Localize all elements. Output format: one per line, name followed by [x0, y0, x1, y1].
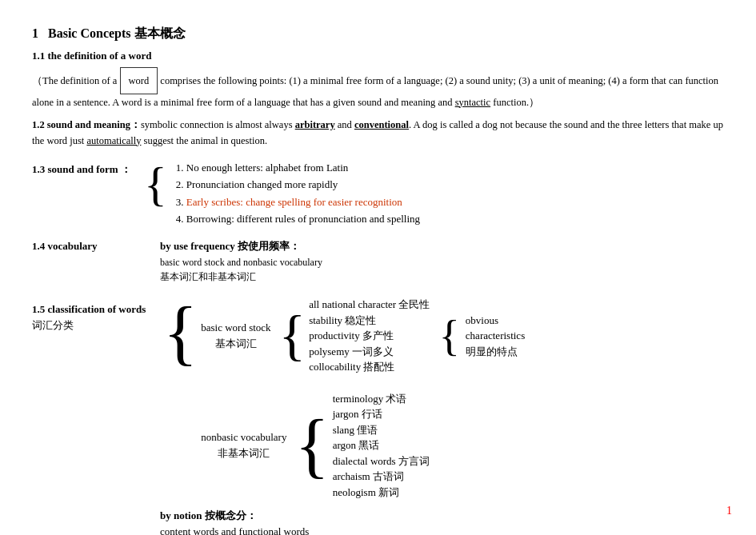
- list-item: No enough letters: alphabet from Latin: [186, 160, 420, 176]
- s11-title: 1.1 the definition of a word: [32, 48, 724, 64]
- vocab-labels: 1.4 vocabulary 1.5 classification of wor…: [32, 238, 160, 333]
- basic-branch: basic word stock 基本词汇 { all national cha…: [201, 297, 525, 375]
- prop-item: stability 稳定性: [309, 313, 430, 329]
- s13-list-container: No enough letters: alphabet from Latin P…: [172, 160, 420, 229]
- prop-item: polysemy 一词多义: [309, 344, 430, 360]
- vocab-diagram: by use frequency 按使用频率： basic word stock…: [160, 238, 724, 536]
- char-label: characteristics: [466, 328, 525, 344]
- brace-s13: {: [144, 160, 167, 208]
- prop-item: all national character 全民性: [309, 297, 430, 313]
- nonbasic-item: jargon 行话: [333, 406, 430, 422]
- conventional: conventional: [354, 119, 409, 130]
- s14-label: 1.4 vocabulary: [32, 238, 160, 254]
- nonbasic-item: slang 俚语: [333, 422, 430, 438]
- page-number: 1: [726, 502, 732, 519]
- big-brace: {: [163, 297, 198, 369]
- section1-label: Basic Concepts 基本概念: [48, 26, 186, 40]
- nonbasic-branch: nonbasic vocabulary 非基本词汇 { terminology …: [201, 391, 525, 501]
- s13-list: No enough letters: alphabet from Latin P…: [172, 160, 420, 227]
- obvious-label: obvious: [466, 313, 525, 329]
- s12-title: 1.2 sound and meaning：: [32, 119, 141, 130]
- nonbasic-item: terminology 术语: [333, 391, 430, 407]
- by-notion-sub: content words and functional words: [160, 524, 724, 536]
- nonbasic-label: nonbasic vocabulary 非基本词汇: [201, 429, 286, 461]
- vocab-tree: { basic word stock 基本词汇 { all national c…: [160, 289, 724, 500]
- list-item: Borrowing: different rules of pronunciat…: [186, 211, 420, 227]
- nonbasic-item: argon 黑话: [333, 437, 430, 453]
- char-labels: obvious characteristics 明显的特点: [466, 313, 525, 360]
- basic-brace: {: [279, 308, 306, 364]
- vocab-section: 1.4 vocabulary 1.5 classification of wor…: [32, 238, 724, 536]
- s13-label: 1.3 sound and form ：: [32, 160, 144, 178]
- nonbasic-item: dialectal words 方言词: [333, 453, 430, 469]
- section1-title: 1 Basic Concepts 基本概念: [32, 24, 724, 43]
- s11-text: （The definition of a word comprises the …: [32, 67, 724, 110]
- s13-section: 1.3 sound and form ： { No enough letters…: [32, 160, 724, 229]
- nonbasic-item: archaism 古语词: [333, 469, 430, 485]
- list-item: Pronunciation changed more rapidly: [186, 177, 420, 193]
- word-box: word: [120, 67, 158, 94]
- by-notion-title: by notion 按概念分：: [160, 508, 724, 524]
- list-item: Early scribes: change spelling for easie…: [186, 194, 420, 210]
- arbitrary: arbitrary: [295, 119, 335, 130]
- automatically: automatically: [86, 135, 141, 146]
- char-brace: {: [438, 313, 459, 357]
- s15-label: 1.5 classification of words 词汇分类: [32, 301, 160, 333]
- page-container: 1 Basic Concepts 基本概念 1.1 the definition…: [32, 24, 724, 535]
- vocab-branches: basic word stock 基本词汇 { all national cha…: [201, 297, 525, 500]
- syntactic-underline: syntactic: [455, 97, 490, 108]
- by-use-section: by use frequency 按使用频率： basic word stock…: [160, 238, 724, 501]
- by-use-title: by use frequency 按使用频率：: [160, 238, 724, 254]
- basic-props: all national character 全民性 stability 稳定性…: [309, 297, 430, 375]
- prop-item: productivity 多产性: [309, 328, 430, 344]
- s12-text: 1.2 sound and meaning：symbolic connectio…: [32, 117, 724, 149]
- basic-label: basic word stock 基本词汇: [201, 320, 270, 351]
- by-notion-section: by notion 按概念分： content words and functi…: [160, 508, 724, 535]
- nonbasic-brace: {: [294, 409, 329, 481]
- section1-number: 1: [32, 26, 38, 40]
- nonbasic-item: neologism 新词: [333, 485, 430, 501]
- nonbasic-items: terminology 术语 jargon 行话 slang 俚语 argon …: [333, 391, 430, 501]
- by-use-sub: basic word stock and nonbasic vocabulary…: [160, 255, 724, 284]
- char-cn: 明显的特点: [466, 344, 525, 360]
- prop-item: collocability 搭配性: [309, 359, 430, 375]
